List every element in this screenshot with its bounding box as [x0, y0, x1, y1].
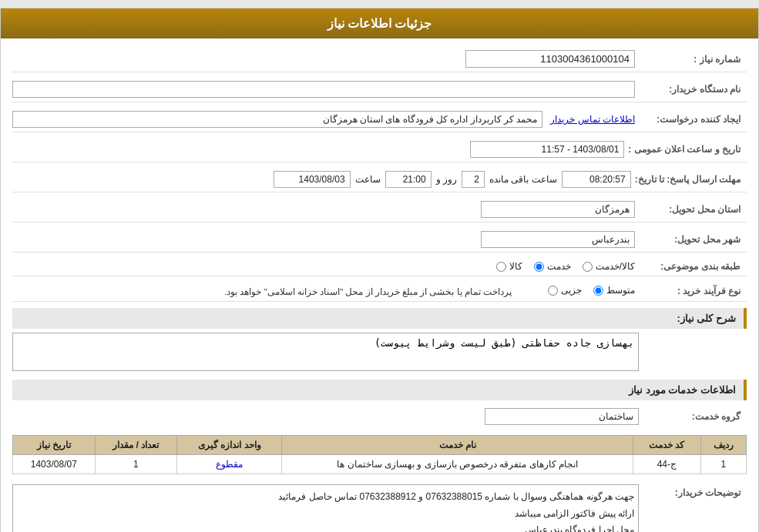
need-description-textarea[interactable]: بهسازی جاده حفاظتی (طبق لیست وشرایط پیوس… — [12, 333, 639, 371]
requester-label: ایجاد کننده درخواست: — [639, 114, 747, 125]
subject-option-kala: کالا — [496, 261, 522, 272]
purchase-type-radio-group: متوسط جزیی — [519, 285, 635, 296]
buyer-comments-row: توضیحات خریدار: جهت هرگونه هماهنگی وسوال… — [12, 480, 747, 532]
cell-date: 1403/08/07 — [13, 455, 96, 474]
requester-input: محمد کر کاربرداز اداره کل فرودگاه های اس… — [12, 111, 542, 128]
service-group-label: گروه خدمت: — [639, 411, 747, 422]
subject-option-khadamat: کالا/خدمت — [583, 261, 635, 272]
requester-link[interactable]: اطلاعات تماس خریدار — [550, 114, 635, 125]
requester-row: ایجاد کننده درخواست: اطلاعات تماس خریدار… — [12, 107, 747, 132]
buyer-org-value — [12, 81, 639, 98]
delivery-city-label: شهر محل تحویل: — [639, 234, 747, 245]
subject-radio-kala[interactable] — [496, 262, 506, 272]
buyer-org-label: نام دستگاه خریدار: — [639, 84, 747, 95]
buyer-org-row: نام دستگاه خریدار: — [12, 77, 747, 102]
subject-service-label: خدمت — [547, 261, 571, 272]
announce-date-row: تاریخ و ساعت اعلان عمومی : 1403/08/01 - … — [12, 137, 747, 162]
col-header-rownum: ردیف — [700, 436, 746, 455]
delivery-province-input: هرمزگان — [481, 201, 635, 218]
purchase-type-area: متوسط جزیی پرداخت تمام یا بخشی از مبلغ خ… — [12, 285, 639, 297]
content-area: شماره نیاز : 1103004361000104 نام دستگاه… — [1, 38, 758, 532]
need-number-input: 1103004361000104 — [465, 50, 635, 68]
delivery-city-value: بندرعباس — [12, 231, 639, 248]
need-number-label: شماره نیاز : — [639, 54, 747, 65]
subject-radio-khadamat[interactable] — [534, 262, 544, 272]
response-deadline-area: 08:20:57 ساعت باقی مانده 2 روز و 21:00 س… — [12, 171, 635, 188]
buyer-comments-label: توضیحات خریدار: — [639, 484, 747, 498]
purchase-radio-medium[interactable] — [593, 286, 603, 296]
purchase-type-label: نوع فرآیند خرید : — [639, 286, 747, 296]
subject-radio-kala-khadamat[interactable] — [583, 262, 593, 272]
col-header-date: تاریخ نیاز — [13, 436, 96, 455]
delivery-city-row: شهر محل تحویل: بندرعباس — [12, 227, 747, 253]
need-description-wrapper: بهسازی جاده حفاظتی (طبق لیست وشرایط پیوس… — [12, 333, 639, 373]
services-title-text: اطلاعات خدمات مورد نیاز — [629, 384, 736, 396]
need-number-value: 1103004361000104 — [12, 50, 639, 68]
buyer-org-input — [12, 81, 635, 98]
need-description-area: بهسازی جاده حفاظتی (طبق لیست وشرایط پیوس… — [12, 333, 747, 373]
purchase-type-small: جزیی — [548, 285, 582, 296]
purchase-note: پرداخت تمام یا بخشی از مبلغ خریدار از مح… — [224, 285, 512, 297]
remaining-time-input: 08:20:57 — [562, 171, 631, 188]
table-row: 1 ج-44 انجام کارهای متفرقه درخصوص بازساز… — [13, 455, 747, 474]
page-header: جزئیات اطلاعات نیاز — [1, 8, 758, 38]
subject-option-service: خدمت — [534, 261, 571, 272]
cell-rownum: 1 — [700, 455, 746, 474]
cell-quantity: 1 — [95, 455, 176, 474]
services-table-section: ردیف کد خدمت نام خدمت واحد اندازه گیری ت… — [12, 435, 747, 474]
services-table-body: 1 ج-44 انجام کارهای متفرقه درخصوص بازساز… — [13, 455, 747, 474]
delivery-province-value: هرمزگان — [12, 201, 639, 218]
delivery-province-row: استان محل تحویل: هرمزگان — [12, 197, 747, 223]
purchase-medium-label: متوسط — [606, 285, 635, 296]
need-number-row: شماره نیاز : 1103004361000104 — [12, 46, 747, 72]
response-time-input: 21:00 — [385, 171, 432, 188]
response-day-label: روز و — [436, 174, 457, 185]
response-days-input: 2 — [462, 171, 485, 188]
col-header-code: کد خدمت — [633, 436, 701, 455]
announce-date-value: 1403/08/01 - 11:57 — [12, 141, 628, 158]
cell-code: ج-44 — [633, 455, 701, 474]
comment-line-1: جهت هرگونه هماهنگی وسوال با شماره 076323… — [17, 489, 634, 506]
subject-options: کالا/خدمت خدمت کالا — [12, 261, 639, 272]
page-title: جزئیات اطلاعات نیاز — [327, 17, 432, 30]
delivery-province-label: استان محل تحویل: — [639, 204, 747, 215]
cell-name: انجام کارهای متفرقه درخصوص بازسازی و بهس… — [282, 455, 633, 474]
services-section-title: اطلاعات خدمات مورد نیاز — [12, 380, 747, 400]
delivery-city-input: بندرعباس — [481, 231, 635, 248]
need-description-section-title: شرح کلی نیاز: — [12, 308, 747, 329]
purchase-type-medium: متوسط — [593, 285, 635, 296]
buyer-comments-content: جهت هرگونه هماهنگی وسوال با شماره 076323… — [12, 484, 639, 532]
need-description-label: شرح کلی نیاز: — [677, 313, 736, 324]
purchase-radio-small[interactable] — [548, 286, 558, 296]
subject-kala-label: کالا — [509, 261, 522, 272]
comment-line-3: محل اجرا فردوگاه بندرعباس — [17, 522, 634, 532]
remaining-label: ساعت باقی مانده — [489, 174, 557, 185]
page-wrapper: جزئیات اطلاعات نیاز شماره نیاز : 1103004… — [0, 8, 759, 532]
purchase-type-row: نوع فرآیند خرید : متوسط جزیی پرداخت تمام… — [12, 281, 747, 302]
subject-khadamat-label: کالا/خدمت — [596, 261, 635, 272]
response-time-label: ساعت — [355, 174, 381, 185]
col-header-quantity: تعداد / مقدار — [95, 436, 176, 455]
services-table: ردیف کد خدمت نام خدمت واحد اندازه گیری ت… — [12, 435, 747, 474]
subject-row: طبقه بندی موضوعی: کالا/خدمت خدمت کالا — [12, 257, 747, 276]
announce-date-input: 1403/08/01 - 11:57 — [470, 141, 624, 158]
announce-date-label: تاریخ و ساعت اعلان عمومی : — [628, 144, 747, 155]
col-header-name: نام خدمت — [282, 436, 633, 455]
col-header-unit: واحد اندازه گیری — [177, 436, 282, 455]
response-date-input: 1403/08/03 — [274, 171, 351, 188]
service-group-input: ساختمان — [485, 408, 639, 425]
response-deadline-row: مهلت ارسال پاسخ: تا تاریخ: 08:20:57 ساعت… — [12, 167, 747, 192]
purchase-small-label: جزیی — [561, 285, 582, 296]
service-group-row: گروه خدمت: ساختمان — [12, 404, 747, 429]
cell-unit: مقطوع — [177, 455, 282, 474]
requester-value-area: اطلاعات تماس خریدار محمد کر کاربرداز ادا… — [12, 111, 639, 128]
subject-label: طبقه بندی موضوعی: — [639, 261, 747, 272]
comment-line-2: ارائه پیش فاکتور الزامی میباشد — [17, 506, 634, 523]
buyer-comments-area: جهت هرگونه هماهنگی وسوال با شماره 076323… — [12, 484, 639, 532]
table-header-row: ردیف کد خدمت نام خدمت واحد اندازه گیری ت… — [13, 436, 747, 455]
subject-radio-group: کالا/خدمت خدمت کالا — [12, 261, 635, 272]
response-deadline-label: مهلت ارسال پاسخ: تا تاریخ: — [635, 174, 747, 185]
